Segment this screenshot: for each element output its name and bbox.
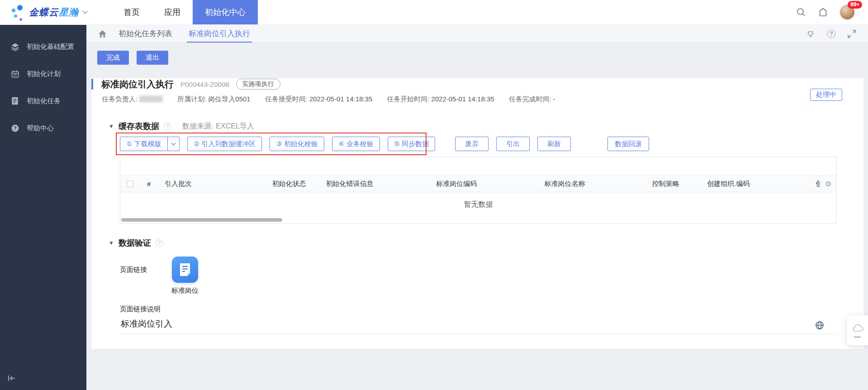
download-template-button[interactable]: ① 下载模版 [120,137,168,151]
column-post-name[interactable]: 标准岗位名称 [539,180,647,188]
collapse-triangle-icon[interactable]: ▼ [109,123,114,129]
task-field-start-time: 任务开始时间:2022-05-01 14:18:35 [387,95,494,104]
cache-table: # 引入批次 初始化状态 初始化错误信息 标准岗位编码 标准岗位名称 控制策略 … [120,157,837,224]
sidebar-item-init-task[interactable]: 初始化任务 [0,87,86,114]
top-menu: 首页 应用 初始化中心 [111,0,258,24]
export-button[interactable]: 引出 [496,137,530,151]
init-validate-button[interactable]: ③ 初始化校验 [270,137,324,151]
document-icon [10,96,20,105]
desc-field: 标准岗位引入 [120,315,837,334]
globe-icon[interactable] [815,321,824,330]
section-help-icon[interactable]: ? [164,123,171,130]
column-index[interactable]: # [140,180,159,188]
sidebar-item-init-plan[interactable]: 初始化计划 [0,60,86,87]
cache-section-title: 缓存表数据 [119,121,159,132]
task-field-plan: 所属计划:岗位导入0501 [177,95,251,104]
help-circle-icon[interactable]: ? [827,30,835,38]
navbar-right: 99+ [796,5,868,19]
logo-dots-icon [10,3,26,21]
title-accent-bar [91,79,93,90]
chevron-down-icon[interactable] [82,10,88,14]
menu-item-apps[interactable]: 应用 [152,0,193,24]
avatar[interactable]: 99+ [840,5,854,19]
task-field-owner: 任务负责人: [102,95,163,104]
lamp-icon[interactable] [806,29,816,39]
exit-button[interactable]: 退出 [137,51,168,65]
page-title: 标准岗位引入执行 [101,78,174,90]
redacted-value [139,95,163,102]
column-post-code[interactable]: 标准岗位编码 [431,180,539,188]
complete-button[interactable]: 完成 [97,51,129,65]
main-content: 初始化任务列表 标准岗位引入执行 ? 完成 退出 标准岗位引入执行 P00044… [86,25,868,390]
app-tile-icon [172,257,198,283]
collapse-sidebar-icon[interactable] [7,375,16,384]
desc-value: 标准岗位引入 [121,319,172,328]
task-info-row: 任务负责人: 所属计划:岗位导入0501 任务接受时间:2022-05-01 1… [102,95,863,104]
sidebar: 初始化基础配置 初始化计划 初始化任务 ? 帮助中心 [0,25,86,390]
business-validate-button[interactable]: ④ 业务校验 [332,137,380,151]
column-truncated[interactable]: 创 [810,180,820,188]
tab-init-task-list[interactable]: 初始化任务列表 [119,25,172,43]
page-link-row: 页面链接 标准岗位 [120,257,863,295]
cache-section-header: ▼ 缓存表数据 ? 数据来源:EXCEL导入 [109,121,863,132]
scrollbar-thumb[interactable] [121,218,282,222]
notification-badge: 99+ [848,1,862,9]
page-link-label: 页面链接 [120,266,147,274]
column-import-batch[interactable]: 引入批次 [159,180,267,188]
refresh-button[interactable]: 刷新 [537,137,571,151]
logo-text: 金蝶云星瀚 [29,6,79,19]
horizontal-scrollbar [120,217,836,223]
data-source: 数据来源:EXCEL导入 [182,122,254,131]
column-init-error[interactable]: 初始化错误信息 [320,180,431,188]
standard-post-app-tile[interactable]: 标准岗位 [171,257,199,295]
select-all-checkbox[interactable] [127,181,133,187]
column-control-policy[interactable]: 控制策略 [647,180,702,188]
table-empty-state: 暂无数据 [120,192,836,217]
svg-text:?: ? [14,125,17,131]
desc-label: 页面链接说明 [120,305,863,314]
layers-icon [10,42,20,52]
download-template-dropdown-icon[interactable] [168,137,180,151]
tab-standard-post-import[interactable]: 标准岗位引入执行 [189,25,250,43]
table-filter-area [120,157,836,175]
search-icon[interactable] [796,7,806,17]
sync-data-button[interactable]: ⑤ 同步数据 [388,137,436,151]
calendar-icon [10,70,20,78]
table-settings-gear-icon[interactable]: ⚙ [820,176,836,192]
home-icon[interactable] [98,30,107,38]
task-field-finish-time: 任务完成时间:- [509,95,555,104]
download-template-split-button: ① 下载模版 [120,137,180,151]
sidebar-item-label: 初始化任务 [27,97,61,105]
import-to-buffer-button[interactable]: ② 引入到数据缓冲区 [187,137,262,151]
page-actions: 完成 退出 [86,43,868,65]
fullscreen-icon[interactable] [847,29,856,38]
task-code: P000443-Z0008 [180,81,229,88]
task-title-row: 标准岗位引入执行 P000443-Z0008 实施项执行 [91,78,863,90]
page-link-description: 页面链接说明 标准岗位引入 [120,305,863,334]
discard-button[interactable]: 废弃 [455,137,489,151]
task-card: 标准岗位引入执行 P000443-Z0008 实施项执行 处理中 任务负责人: … [91,78,863,349]
section-help-icon[interactable]: ? [156,239,163,247]
sidebar-item-label: 初始化计划 [27,70,61,78]
sidebar-item-help-center[interactable]: ? 帮助中心 [0,114,86,142]
messages-icon[interactable] [818,7,828,17]
validation-section-title: 数据验证 [119,238,151,248]
task-type-badge: 实施项执行 [236,79,280,90]
menu-item-home[interactable]: 首页 [111,0,152,24]
table-header-row: # 引入批次 初始化状态 初始化错误信息 标准岗位编码 标准岗位名称 控制策略 … [120,175,836,192]
help-icon: ? [10,124,20,133]
app-tile-label: 标准岗位 [171,286,199,295]
menu-item-init-center[interactable]: 初始化中心 [193,0,258,24]
floating-assistant-widget[interactable] [847,315,868,345]
cloud-icon [851,323,864,332]
page-tabbar: 初始化任务列表 标准岗位引入执行 ? [86,25,868,43]
data-rollback-button[interactable]: 数据回滚 [607,137,649,151]
column-create-org-code[interactable]: 创建组织.编码 [702,180,810,188]
minimize-icon [854,337,861,338]
collapse-triangle-icon[interactable]: ▼ [109,240,114,246]
app-logo[interactable]: 金蝶云星瀚 [0,3,104,21]
column-init-status[interactable]: 初始化状态 [267,180,321,188]
sidebar-item-init-base-config[interactable]: 初始化基础配置 [0,33,86,60]
sidebar-item-label: 帮助中心 [27,124,54,133]
cache-toolbar: ① 下载模版 ② 引入到数据缓冲区 ③ 初始化校验 ④ 业务校验 ⑤ 同步数据 … [120,137,863,151]
